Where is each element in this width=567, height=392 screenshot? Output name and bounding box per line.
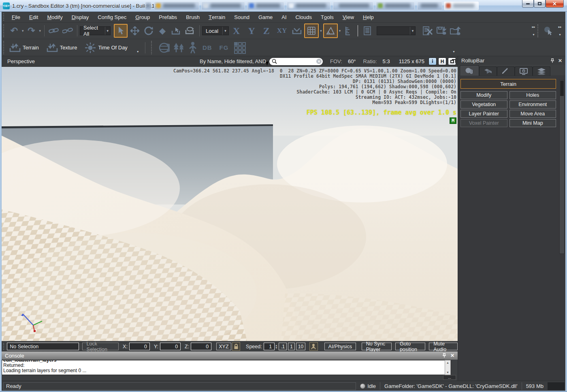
constrain-axis-z-button[interactable]: Z bbox=[259, 26, 274, 36]
rollup-scrollbar[interactable] bbox=[559, 80, 565, 254]
speed-preset-10-button[interactable]: 10 bbox=[296, 343, 305, 350]
rollup-layer-painter-button[interactable]: Layer Painter bbox=[460, 110, 507, 118]
unlink-button[interactable] bbox=[61, 24, 74, 37]
layer-dropdown[interactable]: ▾ bbox=[377, 26, 416, 35]
console-close-icon[interactable]: ✕ bbox=[450, 353, 454, 358]
layers-list-button[interactable] bbox=[361, 24, 374, 37]
toolbar-overflow-control[interactable]: ▸▸▾ bbox=[557, 24, 563, 37]
toolbar-grip[interactable] bbox=[3, 41, 6, 54]
tab-display[interactable] bbox=[515, 66, 533, 76]
console-titlebar[interactable]: Console ✕ bbox=[2, 352, 458, 360]
constrain-axis-xy-button[interactable]: XY bbox=[274, 27, 290, 35]
flowgraph-button[interactable]: FG bbox=[216, 44, 232, 51]
menu-brush[interactable]: Brush bbox=[181, 12, 204, 22]
simulate-physics-button[interactable] bbox=[309, 342, 318, 351]
vegetation-button[interactable] bbox=[172, 41, 186, 55]
tab-terrain[interactable] bbox=[479, 66, 497, 76]
menu-help[interactable]: Help bbox=[358, 12, 378, 22]
viewport-search-input[interactable]: ✕ bbox=[269, 58, 323, 65]
ruler-button[interactable] bbox=[342, 24, 355, 37]
helpers-toggle-button[interactable]: H bbox=[438, 58, 446, 65]
scale-tool-button[interactable]: ◆ bbox=[156, 24, 169, 37]
layer-grid-button[interactable] bbox=[233, 41, 247, 55]
menu-group[interactable]: Group bbox=[131, 12, 154, 22]
menu-game[interactable]: Game bbox=[254, 12, 277, 22]
no-sync-player-button[interactable]: No Sync Player bbox=[362, 343, 392, 350]
debug-info-toggle-button[interactable]: i bbox=[428, 58, 437, 65]
coord-system-dropdown[interactable]: Local ▾ bbox=[202, 26, 229, 35]
menu-prefabs[interactable]: Prefabs bbox=[154, 12, 181, 22]
select-object-button[interactable] bbox=[541, 24, 554, 37]
snap-to-grid-button[interactable] bbox=[304, 23, 319, 38]
constrain-axis-x-button[interactable]: X bbox=[229, 26, 244, 36]
fov-value[interactable]: 60° bbox=[348, 58, 356, 64]
viewport-title[interactable]: Perspective bbox=[7, 58, 35, 64]
toolbar-grip[interactable] bbox=[3, 13, 6, 21]
xyz-lock-mode-button[interactable]: XYZ bbox=[216, 343, 231, 350]
time-of-day-button[interactable]: Time Of Day bbox=[83, 41, 132, 55]
snap-angle-button[interactable] bbox=[323, 23, 338, 38]
toolbar-overflow-control[interactable]: ▸▾ bbox=[451, 41, 457, 54]
rollup-modify-button[interactable]: Modify bbox=[460, 91, 507, 99]
z-coordinate-input[interactable]: 0 bbox=[191, 343, 211, 350]
speed-preset-1-button[interactable]: .1 bbox=[279, 343, 287, 350]
export-level-button[interactable] bbox=[449, 24, 462, 37]
texture-editor-button[interactable]: Texture bbox=[45, 41, 82, 55]
snap-angle-caret[interactable]: ▾ bbox=[339, 29, 341, 33]
terrain-editor-button[interactable]: Terrain bbox=[8, 41, 44, 55]
console-more-button[interactable]: ... bbox=[443, 375, 456, 380]
menu-edit[interactable]: Edit bbox=[25, 12, 43, 22]
toolbar-grip[interactable] bbox=[151, 41, 154, 54]
lock-selection-button[interactable]: Lock Selection bbox=[82, 343, 119, 350]
selection-mask-dropdown[interactable]: Select All ▾ bbox=[80, 26, 111, 35]
redo-button[interactable]: ↷ bbox=[25, 24, 38, 37]
y-coordinate-input[interactable]: 0 bbox=[160, 343, 181, 350]
minimize-button[interactable] bbox=[522, 0, 534, 8]
open-level-globe-button[interactable] bbox=[158, 41, 171, 55]
menu-display[interactable]: Display bbox=[67, 12, 94, 22]
tab-modelling[interactable] bbox=[497, 66, 515, 76]
ratio-value[interactable]: 5:3 bbox=[383, 58, 390, 64]
resolution-value[interactable]: 1125 x 675 bbox=[399, 58, 424, 64]
toolbar-grip[interactable] bbox=[3, 343, 6, 350]
snap-grid-caret[interactable]: ▾ bbox=[320, 29, 322, 33]
select-move-terrain-button[interactable] bbox=[170, 24, 183, 37]
redo-dropdown-caret[interactable]: ▾ bbox=[39, 29, 41, 33]
toolbar-overflow-control[interactable]: ▸▸▾ bbox=[531, 24, 537, 37]
ai-physics-button[interactable]: AI/Physics bbox=[324, 343, 356, 350]
menu-sound[interactable]: Sound bbox=[230, 12, 254, 22]
console-scrollbar[interactable]: ▲▼ bbox=[445, 360, 451, 375]
selection-field[interactable]: No Selection bbox=[7, 343, 79, 350]
tab-objects[interactable] bbox=[460, 65, 479, 76]
rollup-holes-button[interactable]: Holes bbox=[509, 91, 556, 99]
ai-character-button[interactable] bbox=[188, 41, 198, 55]
menu-ai[interactable]: AI bbox=[277, 12, 291, 22]
database-view-button[interactable]: DB bbox=[199, 44, 216, 51]
console-log[interactable]: edit_loadterrain_layers Returned:Loading… bbox=[2, 360, 451, 375]
select-tool-button[interactable] bbox=[114, 24, 128, 38]
toolbar-overflow-control[interactable]: ▸▾ bbox=[135, 41, 141, 54]
select-terrain-area-button[interactable] bbox=[183, 24, 196, 37]
menu-file[interactable]: File bbox=[7, 12, 25, 22]
undo-button[interactable]: ↶ bbox=[8, 24, 21, 37]
filter-label[interactable]: By Name, Hide filtered, AND bbox=[200, 58, 266, 64]
rollupbar-titlebar[interactable]: RollupBar ✕ bbox=[458, 56, 565, 65]
rollup-environment-button[interactable]: Environment bbox=[509, 100, 556, 109]
x-coordinate-input[interactable]: 0 bbox=[129, 343, 150, 350]
undo-dropdown-caret[interactable]: ▾ bbox=[22, 29, 24, 33]
menu-modify[interactable]: Modify bbox=[43, 12, 67, 22]
menu-view[interactable]: View bbox=[338, 12, 358, 22]
rollup-vegetation-button[interactable]: Vegetation bbox=[460, 100, 507, 109]
toolbar-grip[interactable] bbox=[3, 24, 6, 37]
speed-preset-1-button[interactable]: 1 bbox=[288, 343, 295, 350]
clear-registry-button[interactable] bbox=[421, 24, 434, 37]
mute-audio-button[interactable]: Mute Audio bbox=[429, 343, 458, 350]
goto-position-button[interactable]: Goto position bbox=[395, 343, 425, 350]
menu-tools[interactable]: Tools bbox=[316, 12, 338, 22]
pin-icon[interactable] bbox=[442, 353, 446, 358]
close-button[interactable]: ✕ bbox=[546, 0, 564, 8]
menu-config-spec[interactable]: Config Spec bbox=[93, 12, 131, 22]
tab-layers[interactable] bbox=[533, 66, 550, 76]
rotate-tool-button[interactable] bbox=[142, 24, 155, 37]
pin-icon[interactable] bbox=[550, 58, 554, 63]
